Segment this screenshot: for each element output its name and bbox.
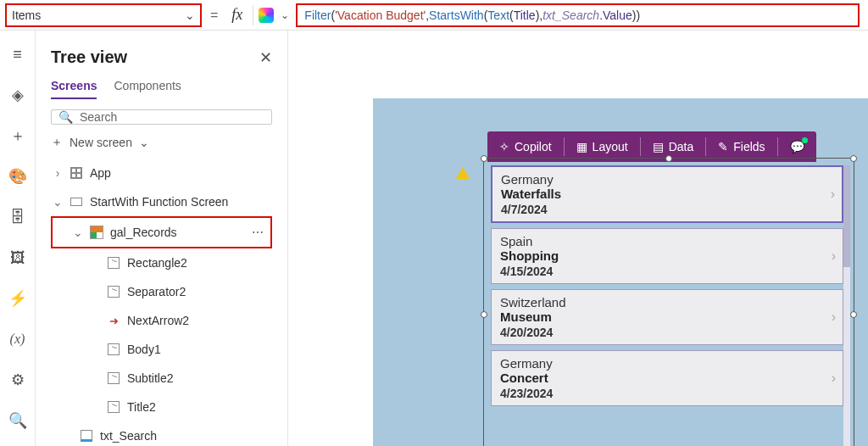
warning-icon[interactable] [456, 167, 470, 179]
tree-list: › App ⌄ StartWith Function Screen ⌄ gal_… [36, 159, 287, 446]
copilot-icon: ✧ [499, 140, 509, 153]
search-placeholder: Search [80, 110, 117, 124]
property-dropdown[interactable]: Items ⌄ [5, 3, 202, 27]
fields-icon: ✎ [718, 140, 728, 153]
tree-tabs: Screens Components [36, 72, 287, 99]
formula-bar: Items ⌄ = fx ⌄ Filter ( 'Vacation Budget… [0, 0, 868, 31]
token-control: txt_Search [542, 8, 599, 22]
tree-view-panel: Tree view ✕ Screens Components 🔍 Search … [36, 31, 288, 446]
formula-input[interactable]: Filter ( 'Vacation Budget' , StartsWith … [296, 3, 860, 27]
tree-search[interactable]: 🔍 Search [51, 109, 272, 125]
tab-screens[interactable]: Screens [51, 79, 97, 99]
tree-node-txt-search[interactable]: txt_Search [46, 421, 277, 446]
tools-icon[interactable]: ⚙ [9, 371, 26, 388]
resize-handle[interactable] [850, 311, 857, 318]
divider [253, 5, 253, 25]
tree-node-gal-records[interactable]: ⌄ gal_Records ⋯ [53, 218, 270, 247]
new-screen-button[interactable]: ＋ New screen ⌄ [51, 135, 272, 150]
search-icon: 🔍 [58, 110, 73, 124]
tree-heading: Tree view [51, 47, 259, 67]
resize-handle[interactable] [665, 155, 672, 162]
resize-handle[interactable] [481, 311, 487, 318]
search-icon[interactable]: 🔍 [9, 412, 26, 429]
chevron-right-icon: › [53, 166, 63, 180]
chevron-right-icon[interactable]: › [832, 309, 836, 325]
equals-label: = [202, 8, 226, 23]
gallery-item[interactable]: Spain Shopping 4/15/2024 › [491, 228, 843, 284]
resize-handle[interactable] [481, 155, 487, 162]
property-name: Items [12, 8, 41, 22]
treeview-icon[interactable]: ◈ [9, 86, 26, 103]
tree-node-nextarrow2[interactable]: ➜ NextArrow2 [46, 306, 277, 335]
insert-icon[interactable]: ＋ [9, 127, 26, 144]
tree-node-separator2[interactable]: Separator2 [46, 277, 277, 306]
tree-node-title2[interactable]: Title2 [46, 393, 277, 421]
chevron-right-icon[interactable]: › [831, 187, 835, 202]
chevron-down-icon: ⌄ [185, 8, 195, 22]
chevron-right-icon[interactable]: › [832, 371, 836, 386]
gallery-item[interactable]: Germany Concert 4/23/2024 › [491, 350, 843, 406]
token-filter: Filter [304, 8, 331, 22]
layout-icon: ▦ [576, 140, 587, 153]
token-value: Value [603, 8, 632, 22]
chevron-down-icon: ⌄ [53, 195, 63, 209]
canvas[interactable]: ✧ Copilot ▦ Layout ▤ Data ✎ Fields 💬 [288, 31, 868, 446]
tree-node-app[interactable]: › App [46, 159, 277, 187]
data-icon: ▤ [653, 140, 664, 153]
scrollbar-thumb[interactable] [843, 165, 850, 267]
gallery-item[interactable]: Germany Waterfalls 4/7/2024 › [491, 165, 843, 223]
copilot-icon[interactable] [259, 8, 274, 23]
token-startswith: StartsWith [429, 8, 484, 22]
variables-icon[interactable]: (x) [9, 331, 26, 348]
gallery-selection[interactable]: Germany Waterfalls 4/7/2024 › Spain Shop… [483, 158, 854, 446]
flows-icon[interactable]: ⚡ [9, 290, 26, 307]
plus-icon: ＋ [51, 135, 63, 150]
chevron-down-icon: ⌄ [139, 136, 149, 149]
gallery-item[interactable]: Switzerland Museum 4/20/2024 › [491, 289, 843, 345]
tree-node-rectangle2[interactable]: Rectangle2 [46, 248, 277, 277]
chevron-down-icon: ⌄ [73, 226, 83, 239]
chat-icon: 💬 [790, 140, 804, 153]
fx-label[interactable]: fx [226, 6, 248, 24]
token-text: Text [487, 8, 509, 22]
resize-handle[interactable] [850, 155, 857, 162]
theme-icon[interactable]: 🎨 [9, 168, 26, 185]
selected-node-highlight: ⌄ gal_Records ⋯ [51, 216, 272, 248]
media-icon[interactable]: 🖼 [9, 249, 26, 266]
tree-node-subtitle2[interactable]: Subtitle2 [46, 364, 277, 393]
token-string: 'Vacation Budget' [335, 8, 426, 22]
chevron-down-icon[interactable]: ⌄ [274, 9, 296, 21]
more-icon[interactable]: ⋯ [252, 226, 265, 239]
tree-node-body1[interactable]: Body1 [46, 335, 277, 364]
tree-node-screen[interactable]: ⌄ StartWith Function Screen [46, 187, 277, 216]
tab-components[interactable]: Components [114, 79, 181, 99]
close-icon[interactable]: ✕ [259, 48, 272, 67]
left-rail: ≡ ◈ ＋ 🎨 🗄 🖼 ⚡ (x) ⚙ 🔍 [0, 31, 36, 446]
gallery-body: Germany Waterfalls 4/7/2024 › Spain Shop… [487, 162, 850, 446]
arrow-icon: ➜ [107, 314, 120, 327]
hamburger-icon[interactable]: ≡ [9, 46, 26, 63]
chevron-right-icon[interactable]: › [832, 248, 836, 264]
token-title: Title [514, 8, 536, 22]
data-icon[interactable]: 🗄 [9, 209, 26, 226]
main-area: ≡ ◈ ＋ 🎨 🗄 🖼 ⚡ (x) ⚙ 🔍 Tree view ✕ Screen… [0, 31, 868, 446]
